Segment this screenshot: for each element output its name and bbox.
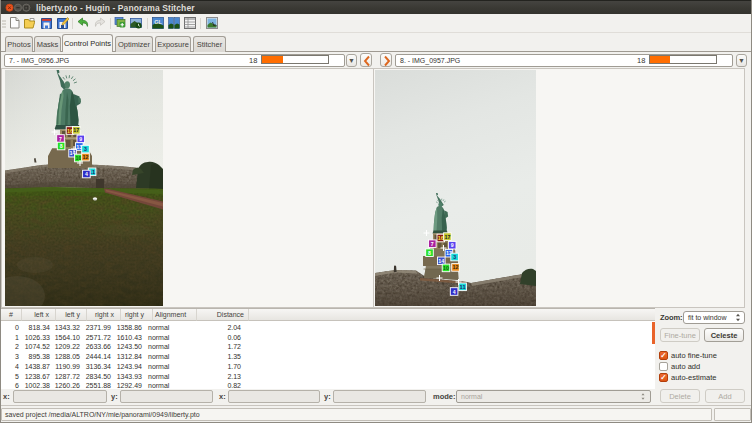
svg-text:11: 11 — [460, 284, 466, 290]
svg-text:9: 9 — [451, 242, 454, 248]
svg-text:10: 10 — [75, 155, 81, 161]
svg-text:12: 12 — [83, 154, 89, 160]
svg-text:4: 4 — [453, 289, 456, 295]
svg-text:3: 3 — [84, 146, 87, 152]
svg-text:4: 4 — [85, 171, 88, 177]
svg-text:8: 8 — [428, 250, 431, 256]
svg-text:10: 10 — [443, 265, 449, 271]
svg-text:9: 9 — [79, 136, 82, 142]
svg-text:16: 16 — [438, 235, 444, 241]
svg-text:8: 8 — [60, 143, 63, 149]
svg-text:7: 7 — [59, 136, 62, 142]
svg-text:17: 17 — [444, 234, 450, 240]
svg-text:12: 12 — [453, 264, 459, 270]
svg-text:17: 17 — [73, 127, 79, 133]
svg-text:3: 3 — [453, 254, 456, 260]
svg-text:7: 7 — [431, 241, 434, 247]
svg-text:GL: GL — [154, 19, 162, 25]
svg-text:14: 14 — [438, 258, 444, 264]
